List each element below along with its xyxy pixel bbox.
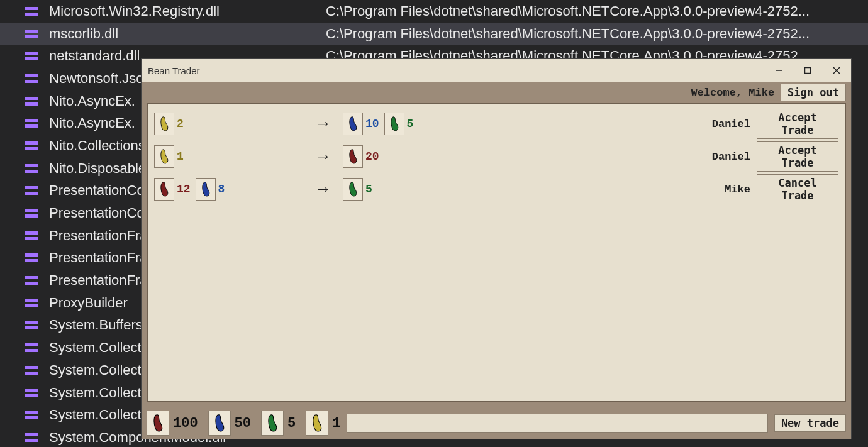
- window-titlebar[interactable]: Bean Trader: [142, 59, 851, 82]
- bean-box: [147, 411, 169, 436]
- module-icon: [25, 119, 38, 128]
- inventory-count: 100: [173, 416, 198, 431]
- module-icon: [25, 209, 38, 218]
- module-icon: [25, 164, 38, 173]
- blue-bean-icon: [347, 115, 359, 133]
- module-icon: [25, 433, 38, 442]
- bean-box: [154, 145, 174, 168]
- offer-group: 2: [154, 113, 318, 135]
- inventory-count: 5: [287, 416, 296, 431]
- module-icon: [25, 321, 38, 329]
- minimize-button[interactable]: [764, 59, 793, 82]
- module-icon: [25, 30, 38, 38]
- bean-count: 2: [177, 118, 184, 130]
- arrow-icon: →: [318, 114, 343, 134]
- bean-box: [196, 178, 216, 201]
- bean-box: [343, 178, 363, 201]
- yellow-bean-icon: [159, 148, 170, 165]
- green-bean-icon: [389, 115, 400, 133]
- window-title: Bean Trader: [148, 65, 764, 76]
- trade-row: 1 → 20 Daniel Accept Trade: [154, 145, 838, 168]
- inventory-chip: 5: [261, 411, 296, 436]
- bean-chip: 12: [154, 178, 191, 201]
- trade-action-button[interactable]: Accept Trade: [757, 109, 838, 139]
- bean-chip: 20: [343, 145, 379, 168]
- module-icon: [25, 97, 38, 106]
- bean-count: 12: [177, 183, 191, 196]
- module-path: C:\Program Files\dotnet\shared\Microsoft…: [326, 3, 868, 19]
- arrow-icon: →: [318, 180, 343, 199]
- module-icon: [25, 186, 38, 195]
- offer-group: 1: [154, 145, 318, 168]
- module-icon: [25, 411, 38, 419]
- trade-action-button[interactable]: Cancel Trade: [757, 174, 838, 204]
- bean-box: [343, 145, 363, 168]
- module-icon: [25, 141, 38, 150]
- module-icon: [25, 276, 38, 285]
- red-bean-icon: [151, 413, 165, 433]
- receive-group: 20: [343, 145, 687, 168]
- module-icon: [25, 389, 38, 397]
- trade-list: 2 → 10 5 Daniel Accept Trade 1: [147, 103, 846, 402]
- bean-box: [154, 113, 174, 135]
- maximize-icon: [804, 67, 811, 74]
- blue-bean-icon: [213, 413, 226, 433]
- bean-chip: 1: [154, 145, 184, 168]
- bean-count: 5: [365, 183, 372, 196]
- offer-group: 12 8: [154, 178, 318, 201]
- svg-rect-1: [805, 68, 811, 74]
- bean-trader-window: Bean Trader Welcome, Mike Sign out 2 →: [141, 58, 852, 439]
- inventory-chip: 50: [208, 411, 251, 436]
- sign-out-button[interactable]: Sign out: [781, 84, 846, 101]
- module-icon: [25, 74, 38, 83]
- maximize-button[interactable]: [793, 59, 822, 82]
- chat-input[interactable]: [347, 414, 767, 433]
- top-bar: Welcome, Mike Sign out: [142, 82, 851, 103]
- bean-count: 8: [218, 183, 225, 196]
- module-icon: [25, 366, 38, 375]
- bean-box: [261, 411, 284, 436]
- module-path: C:\Program Files\dotnet\shared\Microsoft…: [326, 26, 868, 42]
- yellow-bean-icon: [310, 413, 324, 433]
- bean-count: 1: [177, 150, 184, 163]
- inventory-count: 50: [235, 416, 251, 431]
- red-bean-icon: [347, 148, 359, 165]
- red-bean-icon: [159, 180, 170, 198]
- new-trade-button[interactable]: New trade: [774, 414, 846, 432]
- trade-action-button[interactable]: Accept Trade: [757, 141, 838, 172]
- green-bean-icon: [265, 413, 279, 433]
- module-row[interactable]: mscorlib.dll C:\Program Files\dotnet\sha…: [0, 23, 868, 45]
- trade-action-cell: Accept Trade: [757, 109, 838, 139]
- module-name: Microsoft.Win32.Registry.dll: [49, 3, 326, 19]
- welcome-label: Welcome, Mike: [691, 87, 774, 99]
- bean-box: [343, 113, 363, 135]
- receive-group: 10 5: [343, 113, 687, 135]
- module-name: mscorlib.dll: [49, 26, 326, 42]
- module-icon: [25, 299, 38, 307]
- bean-box: [306, 411, 328, 436]
- arrow-icon: →: [318, 147, 343, 167]
- inventory-count: 1: [332, 416, 340, 431]
- bean-count: 5: [407, 118, 414, 130]
- module-icon: [25, 231, 38, 240]
- receive-group: 5: [343, 178, 687, 201]
- module-row[interactable]: Microsoft.Win32.Registry.dll C:\Program …: [0, 0, 868, 23]
- bean-box: [384, 113, 404, 135]
- window-controls: [764, 59, 851, 82]
- trader-name: Daniel: [687, 118, 750, 130]
- bean-box: [208, 411, 231, 436]
- green-bean-icon: [347, 180, 359, 198]
- trader-name: Daniel: [687, 151, 750, 163]
- bean-chip: 5: [343, 178, 372, 201]
- bean-chip: 2: [154, 113, 184, 135]
- trader-name: Mike: [687, 184, 750, 196]
- close-icon: [833, 67, 840, 74]
- close-button[interactable]: [822, 59, 851, 82]
- module-icon: [25, 7, 38, 16]
- footer-bar: 100 50 5 1 New trade: [142, 407, 851, 439]
- inventory-chip: 100: [147, 411, 198, 436]
- bean-box: [154, 178, 174, 201]
- trade-action-cell: Cancel Trade: [757, 174, 838, 204]
- trade-action-cell: Accept Trade: [757, 141, 838, 172]
- bean-count: 10: [365, 118, 379, 130]
